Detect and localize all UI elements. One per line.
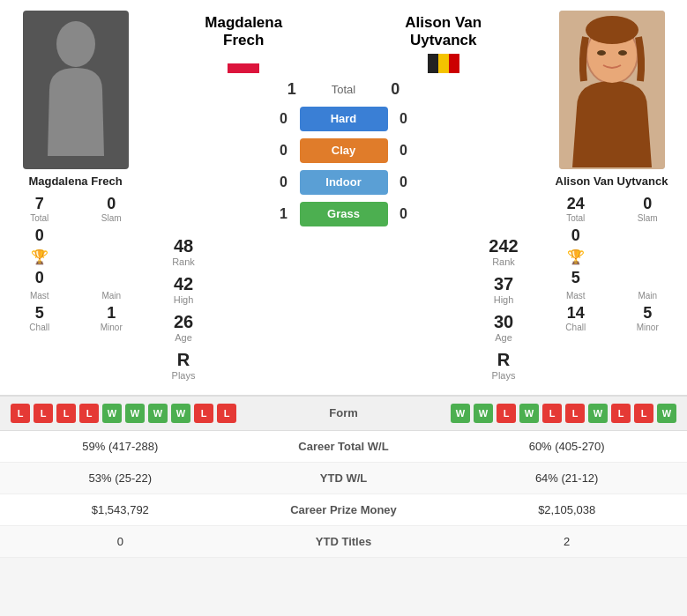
form-badge-left-w: W bbox=[125, 404, 145, 423]
left-player-name: Magdalena Frech bbox=[28, 174, 122, 188]
svg-point-10 bbox=[618, 50, 627, 56]
right-slam-value: 0 bbox=[643, 195, 652, 213]
stat-center-3: YTD Titles bbox=[241, 525, 447, 557]
right-flag bbox=[428, 54, 459, 73]
indoor-score-right: 0 bbox=[395, 174, 413, 190]
right-header: Alison Van Uytvanck bbox=[344, 14, 544, 73]
left-age-label: Age bbox=[175, 332, 192, 343]
form-badge-right-w: W bbox=[657, 404, 676, 423]
stat-right-0: 60% (405-270) bbox=[446, 431, 687, 463]
right-trophy-icon: 🏆 bbox=[567, 249, 585, 265]
form-badge-left-w: W bbox=[171, 404, 190, 423]
right-age: 30 Age bbox=[494, 312, 513, 343]
left-player-stats-grid: 7 Total 0 Slam 0 🏆 0 Mast Main bbox=[7, 195, 144, 332]
stat-left-2: $1,543,792 bbox=[0, 494, 241, 525]
right-slam-cell: 0 Slam bbox=[616, 195, 681, 223]
stat-right-2: $2,105,038 bbox=[446, 494, 687, 525]
indoor-button[interactable]: Indoor bbox=[300, 170, 388, 195]
left-plays: R Plays bbox=[172, 350, 196, 381]
right-player-photo bbox=[559, 11, 665, 169]
left-mast-label-cell: Mast bbox=[7, 291, 72, 301]
form-badge-left-l: L bbox=[79, 404, 99, 423]
left-mid-stats: 48 Rank 42 High 26 Age R Plays bbox=[144, 236, 223, 381]
form-left: LLLLWWWWLL bbox=[11, 404, 282, 423]
right-plays-label: Plays bbox=[492, 370, 516, 381]
stat-right-3: 2 bbox=[446, 525, 687, 557]
indoor-score-left: 0 bbox=[275, 174, 293, 190]
stat-center-2: Career Prize Money bbox=[241, 494, 447, 525]
right-chall-value: 14 bbox=[567, 304, 585, 323]
svg-rect-1 bbox=[228, 54, 259, 63]
surface-row-hard: 0 Hard 0 bbox=[147, 104, 540, 134]
right-age-label: Age bbox=[495, 332, 512, 343]
right-high: 37 High bbox=[494, 274, 514, 305]
right-player-name: Alison Van Uytvanck bbox=[556, 174, 668, 188]
right-plays: R Plays bbox=[492, 350, 516, 381]
right-total-label: Total bbox=[566, 213, 585, 223]
hard-score-right: 0 bbox=[395, 111, 413, 127]
grass-score-right: 0 bbox=[395, 206, 413, 222]
left-plays-value: R bbox=[177, 350, 190, 370]
main-container: Magdalena Frech 7 Total 0 Slam 0 🏆 0 Mas bbox=[0, 0, 687, 558]
left-main-value: 0 bbox=[35, 269, 44, 287]
form-badge-right-l: L bbox=[542, 404, 562, 423]
form-section: LLLLWWWWLL Form WWLWLLWLLW bbox=[0, 396, 687, 430]
stat-center-1: YTD W/L bbox=[241, 462, 447, 494]
right-total-value: 24 bbox=[567, 195, 585, 213]
form-badge-right-w: W bbox=[451, 404, 470, 423]
left-minor-label: Minor bbox=[101, 323, 123, 332]
left-chall-value: 5 bbox=[35, 304, 44, 323]
top-section: Magdalena Frech 7 Total 0 Slam 0 🏆 0 Mas bbox=[0, 0, 687, 395]
left-age-value: 26 bbox=[174, 312, 193, 332]
form-badge-left-l: L bbox=[11, 404, 30, 423]
left-mast-cell: 0 🏆 0 bbox=[7, 226, 72, 287]
clay-button[interactable]: Clay bbox=[300, 138, 388, 163]
left-high: 42 High bbox=[174, 274, 194, 305]
left-main-label: Main bbox=[101, 291, 121, 301]
right-rank: 242 Rank bbox=[489, 236, 518, 267]
svg-point-0 bbox=[56, 21, 95, 67]
svg-rect-4 bbox=[438, 54, 449, 73]
left-slam-cell: 0 Slam bbox=[79, 195, 145, 223]
hard-button[interactable]: Hard bbox=[300, 107, 388, 131]
right-minor-label: Minor bbox=[637, 323, 659, 332]
stat-left-0: 59% (417-288) bbox=[0, 431, 241, 463]
form-badge-right-w: W bbox=[474, 404, 493, 423]
stats-row-3: 0YTD Titles2 bbox=[0, 525, 687, 557]
left-mast-label: Mast bbox=[30, 291, 49, 301]
stats-row-1: 53% (25-22)YTD W/L64% (21-12) bbox=[0, 462, 687, 494]
surface-rows: 0 Hard 0 0 Clay 0 0 Indoor 0 bbox=[144, 104, 543, 229]
right-total-cell: 24 Total bbox=[543, 195, 609, 223]
form-badge-left-l: L bbox=[34, 404, 53, 423]
left-chall-label: Chall bbox=[29, 323, 49, 332]
form-badge-right-l: L bbox=[634, 404, 653, 423]
left-rank-value: 48 bbox=[174, 236, 193, 256]
right-high-label: High bbox=[494, 294, 514, 305]
hard-score-left: 0 bbox=[275, 111, 293, 127]
svg-rect-5 bbox=[449, 54, 459, 73]
form-badge-right-w: W bbox=[519, 404, 539, 423]
left-main-label-cell: Main bbox=[79, 291, 145, 301]
stat-left-1: 53% (25-22) bbox=[0, 462, 241, 494]
left-high-value: 42 bbox=[174, 274, 193, 294]
form-badge-right-l: L bbox=[497, 404, 516, 423]
mid-stats-row: 48 Rank 42 High 26 Age R Plays bbox=[144, 236, 543, 381]
stats-row-0: 59% (417-288)Career Total W/L60% (405-27… bbox=[0, 431, 687, 463]
left-slam-label: Slam bbox=[101, 213, 122, 223]
right-rank-value: 242 bbox=[489, 236, 518, 256]
left-player-card: Magdalena Frech 7 Total 0 Slam 0 🏆 0 Mas bbox=[7, 11, 144, 384]
left-minor-value: 1 bbox=[107, 304, 116, 323]
surface-row-grass: 1 Grass 0 bbox=[147, 199, 540, 229]
right-mast-value: 0 bbox=[571, 226, 580, 245]
form-badge-left-l: L bbox=[56, 404, 76, 423]
left-slam-value: 0 bbox=[107, 195, 116, 213]
left-mast-value: 0 bbox=[35, 226, 44, 245]
left-total-value: 7 bbox=[35, 195, 44, 213]
right-mid-stats: 242 Rank 37 High 30 Age R Plays bbox=[464, 236, 543, 381]
right-mast-cell: 0 🏆 5 bbox=[543, 226, 609, 287]
grass-button[interactable]: Grass bbox=[300, 202, 388, 226]
right-minor-value: 5 bbox=[643, 304, 652, 323]
svg-point-11 bbox=[586, 16, 638, 44]
right-main-label: Main bbox=[638, 291, 657, 301]
form-badge-right-w: W bbox=[588, 404, 608, 423]
